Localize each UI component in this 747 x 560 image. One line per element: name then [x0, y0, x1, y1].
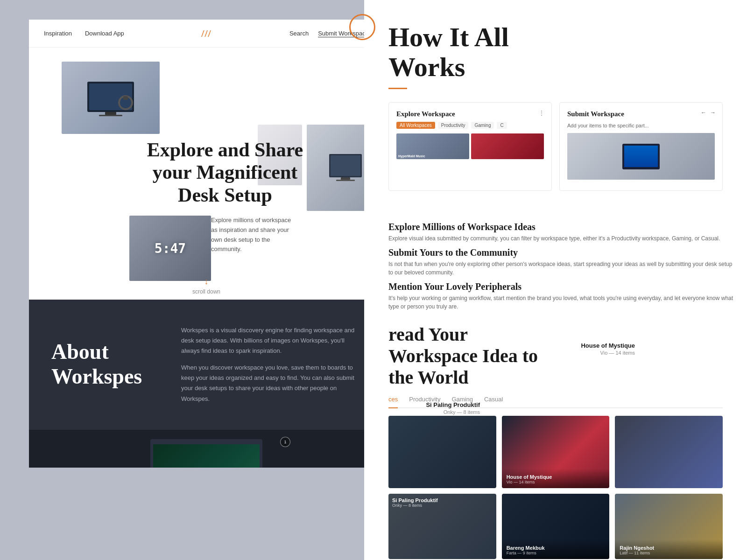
about-section: About Workspes Workspes is a visual disc…	[29, 300, 384, 430]
svg-rect-9	[336, 180, 355, 181]
svg-rect-7	[331, 155, 360, 176]
gallery-title-4: Bareng Mekbuk	[507, 545, 605, 551]
hero-image-bottomleft: 5:47	[129, 216, 211, 281]
about-text: Workspes is a visual discovery engine fo…	[181, 325, 361, 404]
gallery-title-1: House of Mystique	[507, 474, 605, 480]
scroll-label: scroll down	[192, 288, 220, 295]
mini-img-label-1: HyperMald Music	[398, 154, 425, 158]
hero-image-topleft	[62, 62, 160, 134]
gallery-sublabel-4: Farta — 9 items	[507, 551, 605, 555]
step-card-explore-nav: ⋮	[538, 109, 545, 117]
about-para1: Workspes is a visual discovery engine fo…	[181, 325, 361, 356]
gallery-item-4[interactable]: Bareng Mekbuk Farta — 9 items	[502, 494, 610, 559]
how-accent-line	[388, 88, 407, 89]
arrow-left-icon: ←	[701, 109, 706, 116]
gallery-label-5: Rajin Ngeshot Latif — 11 items	[615, 539, 723, 559]
gallery-sublabel-si: Onky — 8 items	[392, 503, 493, 508]
gallery-item-0[interactable]	[388, 416, 496, 488]
step-card-submit-image	[567, 133, 715, 180]
gallery-title-5: Rajin Ngeshot	[620, 545, 718, 551]
about-para2: When you discover workspace you love, sa…	[181, 363, 361, 404]
filter-tab-casual[interactable]: Casual	[484, 396, 503, 408]
step-card-explore-title: Explore Workspace	[396, 110, 544, 118]
mini-img-2	[471, 133, 544, 159]
step-card-submit-title: Submit Workspace	[567, 110, 715, 118]
gallery-label-1: House of Mystique Vio — 14 items	[502, 469, 610, 488]
nav-left: Inspiration Download App	[44, 30, 124, 37]
nav-bar: Inspiration Download App /// Search Subm…	[29, 20, 384, 48]
number-circle-1: 1	[280, 437, 290, 447]
gallery-label-4: Bareng Mekbuk Farta — 9 items	[502, 539, 610, 559]
explore-millions-desc: Explore visual idea submitted by communi…	[388, 234, 736, 243]
svg-rect-2	[105, 112, 116, 115]
spread-section: read Your Workspace Idea to the World ce…	[364, 311, 747, 408]
kebab-icon: ⋮	[538, 109, 545, 117]
monitor-simple	[622, 144, 660, 169]
how-details-content: Explore Millions of Workspace Ideas Expl…	[388, 202, 747, 311]
scroll-down[interactable]: ↓ scroll down	[192, 277, 220, 295]
gallery-label-si: Si Paling Produktif Onky — 8 items	[388, 494, 496, 511]
spread-title: read Your Workspace Idea to the World	[388, 324, 723, 388]
gallery-item-3[interactable]: Si Paling Produktif Onky — 8 items	[388, 494, 496, 559]
svg-rect-3	[99, 115, 122, 116]
gallery-item-1[interactable]: House of Mystique Vio — 14 items	[502, 416, 610, 488]
filter-tab-ces[interactable]: ces	[388, 396, 398, 408]
scroll-arrow-icon: ↓	[204, 277, 209, 287]
submit-yours-section: Submit Yours to the Community Is not tha…	[388, 247, 736, 277]
nav-download[interactable]: Download App	[85, 30, 124, 37]
svg-rect-5	[123, 96, 128, 100]
tab-gaming[interactable]: Gaming	[471, 122, 494, 129]
monitor-screen-simple	[624, 146, 658, 168]
si-paling-title: Si Paling Produktif	[426, 401, 480, 408]
svg-rect-8	[341, 177, 350, 180]
step-cards: Explore Workspace ⋮ All Workspaces Produ…	[388, 102, 723, 191]
si-paling-sublabel: Onky — 8 items	[444, 409, 480, 415]
gallery-grid: House of Mystique Vio — 14 items Si Pali…	[364, 408, 747, 559]
house-of-mystique-sublabel: Vio — 14 items	[600, 350, 635, 356]
tab-casual[interactable]: C	[497, 122, 507, 129]
gallery-item-2[interactable]	[615, 416, 723, 488]
mention-peripherals-desc: It's help your working or gaming workflo…	[388, 294, 736, 311]
step-card-submit-desc: Add your items to the specific part...	[567, 122, 715, 130]
hero-title: Explore and Share your Magnificent Desk …	[146, 139, 304, 206]
nav-inspiration[interactable]: Inspiration	[44, 30, 72, 37]
mini-workspace-grid: HyperMald Music	[396, 133, 544, 159]
bottom-dark-section: 6 5 1 2	[29, 430, 384, 468]
gallery-sublabel-1: Vio — 14 items	[507, 480, 605, 484]
how-details: Explore Millions of Workspace Ideas Expl…	[364, 202, 747, 311]
how-section: How It All Works Explore Workspace ⋮ All…	[364, 0, 747, 202]
submit-yours-title: Submit Yours to the Community	[388, 247, 736, 258]
arrow-right-icon: →	[710, 109, 716, 116]
step-card-tabs: All Workspaces Productivity Gaming C	[396, 122, 544, 129]
hero-section: 5:47 Explore and Share your Magnificent …	[29, 48, 384, 300]
gallery-sublabel-5: Latif — 11 items	[620, 551, 718, 555]
right-panel: How It All Works Explore Workspace ⋮ All…	[364, 0, 747, 560]
logo: ///	[201, 28, 211, 40]
main-panel: Inspiration Download App /// Search Subm…	[29, 20, 384, 468]
monitor-preview	[150, 439, 262, 468]
monitor-screen	[153, 444, 260, 468]
gallery-item-5[interactable]: Rajin Ngeshot Latif — 11 items	[615, 494, 723, 559]
submit-yours-desc: Is not that fun when you're only explori…	[388, 260, 736, 277]
about-title: About Workspes	[51, 340, 159, 389]
explore-millions-title: Explore Millions of Workspace Ideas	[388, 215, 736, 232]
step-card-submit-nav: ← →	[701, 109, 716, 116]
mention-peripherals-title: Mention Your Lovely Peripherals	[388, 281, 736, 292]
how-title: How It All Works	[388, 22, 723, 82]
tab-all-workspaces[interactable]: All Workspaces	[396, 122, 435, 129]
tab-productivity[interactable]: Productivity	[438, 122, 469, 129]
partial-circle-decoration	[349, 14, 375, 40]
mention-peripherals-section: Mention Your Lovely Peripherals It's hel…	[388, 281, 736, 311]
explore-millions-section: Explore Millions of Workspace Ideas Expl…	[388, 215, 736, 243]
step-card-explore: Explore Workspace ⋮ All Workspaces Produ…	[388, 102, 552, 191]
mini-img-1: HyperMald Music	[396, 133, 469, 159]
nav-search[interactable]: Search	[289, 30, 309, 37]
hero-subtitle: Explore millions of workspace as inspira…	[211, 216, 293, 254]
house-of-mystique-title: House of Mystique	[581, 342, 635, 349]
gallery-title-si: Si Paling Produktif	[392, 497, 493, 503]
step-card-submit: ← → Submit Workspace Add your items to t…	[559, 102, 723, 191]
